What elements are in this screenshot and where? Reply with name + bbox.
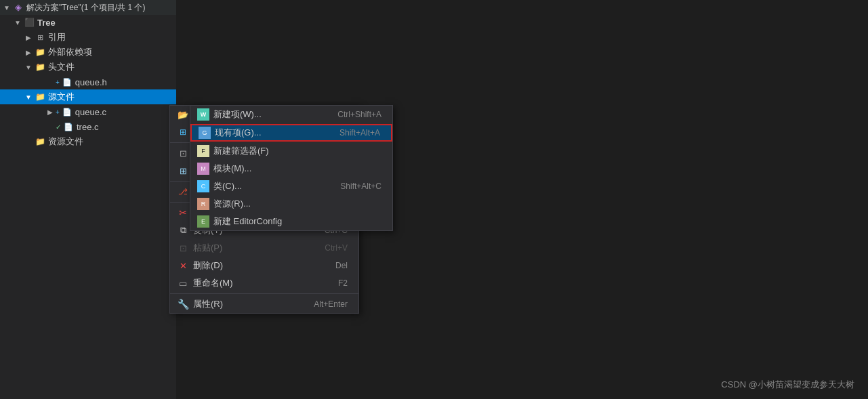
queue-h-item[interactable]: ▶ + 📄 queue.h — [0, 75, 176, 89]
paste-icon: ⊡ — [175, 240, 190, 255]
sources-label: 源文件 — [48, 91, 75, 103]
project-icon: ⬛ — [23, 16, 35, 28]
queue-h-icon: 📄 — [61, 76, 73, 88]
tree-c-check-icon: ✓ — [56, 123, 61, 131]
git-icon: ⎇ — [175, 184, 190, 199]
submenu-resource[interactable]: R 资源(R)... — [190, 195, 392, 213]
queue-c-icon: 📄 — [61, 106, 73, 118]
external-icon: 📁 — [34, 46, 46, 58]
properties-label: 属性(R) — [193, 298, 300, 310]
rename-shortcut: F2 — [338, 278, 348, 288]
ref-icon: ⊞ — [34, 31, 46, 43]
rename-label: 重命名(M) — [193, 277, 325, 289]
class-label: 类(C)... — [213, 180, 327, 192]
external-item[interactable]: ▶ 📁 外部依赖项 — [0, 45, 176, 60]
submenu-editor-config[interactable]: E 新建 EditorConfig — [190, 213, 392, 230]
tree-c-label: tree.c — [77, 122, 99, 132]
new-view-icon: ⊞ — [175, 163, 190, 178]
solution-icon: ◈ — [12, 1, 24, 14]
headers-item[interactable]: ▼ 📁 头文件 — [0, 60, 176, 75]
new-filter-label: 新建筛选器(F) — [213, 145, 381, 157]
class-shortcut: Shift+Alt+C — [340, 182, 381, 191]
resources-arrow: ▶ — [23, 138, 34, 146]
resources-label: 资源文件 — [48, 135, 83, 148]
tree-c-item[interactable]: ▶ ✓ 📄 tree.c — [0, 119, 176, 134]
headers-label: 头文件 — [48, 61, 75, 73]
sources-icon: 📁 — [34, 91, 46, 103]
filter-icon: F — [196, 144, 211, 159]
module-icon: M — [196, 161, 211, 176]
paste-label: 粘贴(P) — [193, 242, 311, 254]
scope-icon: ⊡ — [175, 146, 190, 161]
module-label: 模块(M)... — [213, 163, 381, 175]
external-label: 外部依赖项 — [48, 46, 92, 58]
add-icon: 📂 — [175, 107, 190, 122]
submenu-module[interactable]: M 模块(M)... — [190, 160, 392, 177]
copy-icon: ⧉ — [175, 223, 190, 238]
class-icon: C — [196, 179, 211, 194]
existing-item-label: 现有项(G)... — [215, 127, 326, 139]
tree-c-arrow: ▶ — [45, 123, 56, 131]
solution-explorer: ▼ ◈ 解决方案"Tree"(1 个项目/共 1 个) ▼ ⬛ Tree ▶ ⊞… — [0, 0, 176, 399]
queue-h-label: queue.h — [75, 77, 107, 87]
rename-icon: ▭ — [175, 276, 190, 291]
ref-item[interactable]: ▶ ⊞ 引用 — [0, 30, 176, 45]
properties-shortcut: Alt+Enter — [314, 299, 348, 309]
resource-label: 资源(R)... — [213, 198, 381, 210]
tree-c-icon: 📄 — [62, 121, 75, 133]
resources-icon: 📁 — [34, 135, 46, 148]
menu-properties[interactable]: 🔧 属性(R) Alt+Enter — [170, 295, 358, 313]
existing-item-shortcut: Shift+Alt+A — [339, 128, 380, 138]
sep4 — [170, 293, 358, 294]
class-wizard-icon: ⊞ — [175, 125, 190, 140]
ref-arrow: ▶ — [23, 34, 34, 41]
submenu-add: W 新建项(W)... Ctrl+Shift+A G 现有项(G)... Shi… — [190, 105, 393, 231]
sources-item[interactable]: ▼ 📁 源文件 — [0, 89, 176, 104]
new-item-label: 新建项(W)... — [213, 108, 324, 121]
queue-h-plus-icon: + — [56, 79, 60, 86]
project-arrow: ▼ — [12, 19, 23, 26]
headers-arrow: ▼ — [23, 64, 34, 71]
solution-arrow: ▼ — [1, 4, 12, 12]
submenu-new-filter[interactable]: F 新建筛选器(F) — [190, 142, 392, 160]
resource-icon: R — [196, 196, 211, 211]
queue-h-arrow: ▶ — [45, 79, 56, 86]
queue-c-plus-icon: + — [56, 108, 60, 116]
headers-icon: 📁 — [34, 61, 46, 73]
project-tree-item[interactable]: ▼ ⬛ Tree — [0, 15, 176, 30]
delete-label: 删除(D) — [193, 259, 322, 272]
menu-paste[interactable]: ⊡ 粘贴(P) Ctrl+V — [170, 239, 358, 257]
new-item-icon: W — [196, 107, 211, 122]
project-label: Tree — [37, 18, 56, 28]
delete-icon: ✕ — [175, 258, 190, 273]
menu-rename[interactable]: ▭ 重命名(M) F2 — [170, 274, 358, 292]
submenu-existing-item[interactable]: G 现有项(G)... Shift+Alt+A — [190, 124, 392, 142]
queue-c-arrow: ▶ — [45, 108, 56, 116]
watermark-text: CSDN @小树苗渴望变成参天大树 — [721, 379, 854, 390]
exist-item-icon: G — [197, 125, 212, 140]
submenu-class[interactable]: C 类(C)... Shift+Alt+C — [190, 177, 392, 195]
menu-delete[interactable]: ✕ 删除(D) Del — [170, 257, 358, 274]
delete-shortcut: Del — [335, 261, 348, 270]
editorconfig-label: 新建 EditorConfig — [213, 215, 381, 228]
scissors-icon: ✂ — [175, 205, 190, 220]
wrench-icon: 🔧 — [175, 297, 190, 312]
queue-c-label: queue.c — [75, 107, 106, 117]
paste-shortcut: Ctrl+V — [325, 243, 348, 253]
solution-label: 解决方案"Tree"(1 个项目/共 1 个) — [26, 2, 145, 14]
queue-c-item[interactable]: ▶ + 📄 queue.c — [0, 104, 176, 119]
solution-header-item[interactable]: ▼ ◈ 解决方案"Tree"(1 个项目/共 1 个) — [0, 0, 176, 15]
resources-item[interactable]: ▶ 📁 资源文件 — [0, 134, 176, 149]
new-item-shortcut: Ctrl+Shift+A — [337, 110, 381, 119]
editorconfig-icon: E — [196, 214, 211, 229]
submenu-new-item[interactable]: W 新建项(W)... Ctrl+Shift+A — [190, 106, 392, 123]
sources-arrow: ▼ — [23, 93, 34, 101]
watermark: CSDN @小树苗渴望变成参天大树 — [721, 379, 854, 391]
external-arrow: ▶ — [23, 49, 34, 56]
ref-label: 引用 — [48, 31, 66, 43]
